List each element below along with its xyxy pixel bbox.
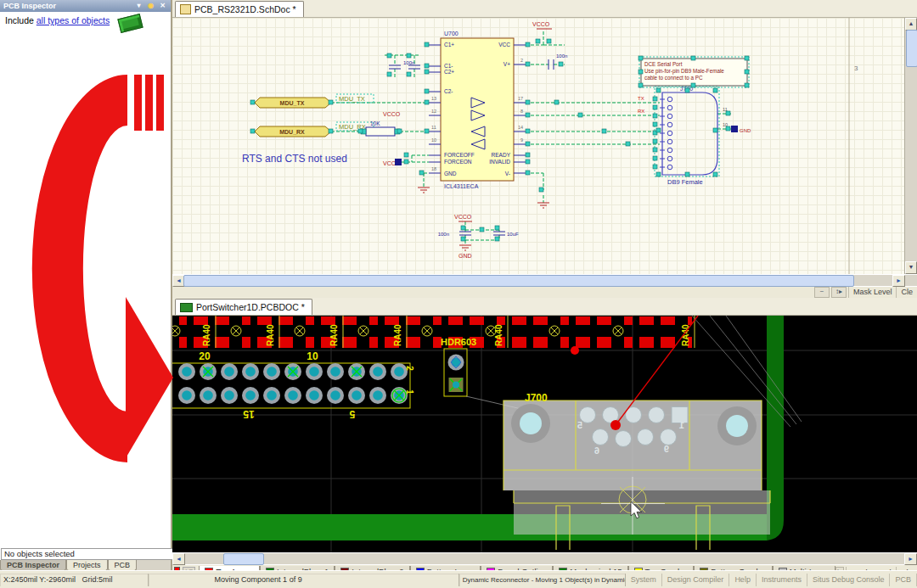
pin-number: 2 [520,58,523,63]
pin-icon[interactable]: ◉ [146,2,155,10]
status-bar: X:2450mil Y:-2960mil Grid:5mil Moving Co… [0,570,917,588]
status-moving: Moving Component 1 of 9 [149,574,459,586]
include-label: Include [5,15,34,25]
pcbdoc-icon [180,303,193,312]
note-box[interactable]: DCE Serial Port Use pin-for-pin DB9 Male… [639,57,749,87]
silk-ra-label: RA40 [202,324,211,346]
sch-hscrollbar[interactable]: ◄ ► [172,274,917,286]
ic-pin-forceoff: FORCEOFF [444,152,475,158]
j700-pin9-label: 9 [664,444,669,454]
ic-designator: U700 [444,31,458,36]
chevron-down-icon[interactable]: ▾ [134,2,143,10]
j700-pin5-label: 5 [577,420,582,430]
panel-button-help[interactable]: Help [729,574,757,586]
scroll-right-icon[interactable]: ► [904,553,917,565]
mask-level-button[interactable]: Mask Level [848,287,897,298]
sch-mask-strip: ~ ↕▸ Mask Level Cle [172,286,917,298]
editor-area: PCB_RS2321D.SchDoc * 3 [172,0,917,570]
sch-vscrollbar[interactable]: ▲ ▼ [904,18,917,274]
resistor-array-pads: RA40 RA40 RA40 RA40 RA40 RA40 [172,316,695,348]
pcb-hscrollbar[interactable]: ◄ ► [172,552,917,564]
pcb-board-icon [117,14,143,33]
pin-number: 18 [431,166,436,171]
net-label-rx2: RX [638,109,644,114]
pcb-tabbar: PortSwitcher1D.PCBDOC * [172,298,917,316]
port-mdu-rx[interactable]: MDU_RX [255,126,331,137]
j700-pin1-label: 1 [679,420,684,430]
pin-number: 10 [431,137,436,143]
ic-pin-vcc: VCC [498,42,510,48]
header-connector: 20 10 15 5 2 1 [172,350,414,420]
power-port-square [395,159,402,165]
pcbdoc-tab-label: PortSwitcher1D.PCBDOC * [196,302,305,312]
cap-value: 10uF [507,232,519,237]
panel-button-instruments[interactable]: Instruments [757,574,807,586]
cap-value: 100n [556,53,567,59]
scroll-down-icon[interactable]: ▼ [905,261,917,274]
db9-type-label: DB9 Female [667,178,703,186]
resistor-value: 10K [370,120,380,126]
close-icon[interactable]: ✕ [158,2,167,10]
pin-number: 8 [520,109,523,114]
port-rx-label: MDU_RX [279,129,305,135]
silk-number-10: 10 [307,350,318,362]
silk-number-20: 20 [199,350,211,362]
cap-value: 100n [403,60,414,65]
ic-pin-gnd: GND [444,171,457,176]
ic-pin-c1p: C1+ [444,42,454,48]
silk-row-1: 1 [405,389,414,395]
status-mode: Dynamic Reconnector - Moving 1 Object(s)… [459,574,626,586]
db9-connector[interactable]: J700 DB9 Female [655,86,738,186]
silk-number-15: 15 [243,408,255,420]
include-row: Include all types of objects [0,12,171,39]
pcb-hscroll-thumb[interactable] [223,553,264,565]
sch-vscroll-thumb[interactable] [906,30,917,67]
altium-window: PCB Inspector ▾ ◉ ✕ Include all types of… [0,0,917,588]
tab-schdoc[interactable]: PCB_RS2321D.SchDoc * [175,1,304,17]
include-filter-link[interactable]: all types of objects [37,15,110,25]
sheet-border: 3 [849,18,858,274]
scroll-right-icon[interactable]: ► [892,275,905,287]
pcb-inspector-panel: PCB Inspector ▾ ◉ ✕ Include all types of… [0,0,172,570]
panel-button-design-compiler[interactable]: Design Compiler [662,574,730,586]
pin-number: 13 [431,96,436,101]
vcco-label-top: VCCO [532,21,550,27]
ic-pin-c2p: C2+ [444,69,454,75]
gnd-label-db9: GND [740,128,751,133]
panel-title: PCB Inspector [3,2,56,10]
scroll-up-icon[interactable]: ▲ [905,18,917,31]
tab-pcbdoc[interactable]: PortSwitcher1D.PCBDOC * [175,299,312,315]
note-line-2: Use pin-for-pin DB9 Male-Female [644,68,724,75]
pin-number: 11 [431,125,436,130]
ic-pin-c2m: C2- [444,88,453,94]
panel-title-bar[interactable]: PCB Inspector ▾ ◉ ✕ [0,0,171,12]
schdoc-icon [180,4,191,14]
panel-button-pcb[interactable]: PCB [890,574,917,586]
net-label-tx2: TX [638,96,644,101]
status-coordinates: X:2450mil Y:-2960mil Grid:5mil [0,574,149,586]
silk-ra-label: RA40 [494,324,504,346]
vcco-label-mid: VCCO [383,111,401,117]
filter-icons[interactable]: ↕▸ [831,287,847,298]
net-label-tx: MDU_TX [339,95,365,103]
vcco-label-caps: VCCO [454,214,472,220]
pin-number: 12 [431,109,436,114]
j700-pin6-label: 6 [594,445,599,456]
port-tx-label: MDU_TX [280,100,305,106]
wire-tool-icon[interactable]: ~ [814,287,830,298]
port-mdu-tx[interactable]: MDU_TX [255,98,331,108]
resistor[interactable]: 10K [361,120,400,136]
pcb-canvas[interactable]: RA40 RA40 RA40 RA40 RA40 RA40 [172,316,917,552]
sch-hscroll-thumb[interactable] [183,275,854,287]
panel-button-situs-debug[interactable]: Situs Debug Console [807,574,891,586]
ic-transceiver[interactable]: C1+ C1- C2+ C2- FORCEOFF FORCEON GND VCC… [429,31,526,189]
j700-footprint[interactable]: 5 1 6 9 [504,400,770,550]
panel-button-system[interactable]: System [626,574,662,586]
panel-tab-strip: PCB Inspector Projects PCB [0,560,171,570]
scroll-left-icon[interactable]: ◄ [172,553,185,565]
schematic-tabbar: PCB_RS2321D.SchDoc * [172,0,917,18]
clear-button[interactable]: Cle [896,287,917,298]
sch-annotation: RTS and CTS not used [242,153,347,165]
schematic-canvas[interactable]: 3 [172,18,917,274]
ic-pin-invalid: INVALID [489,159,510,165]
